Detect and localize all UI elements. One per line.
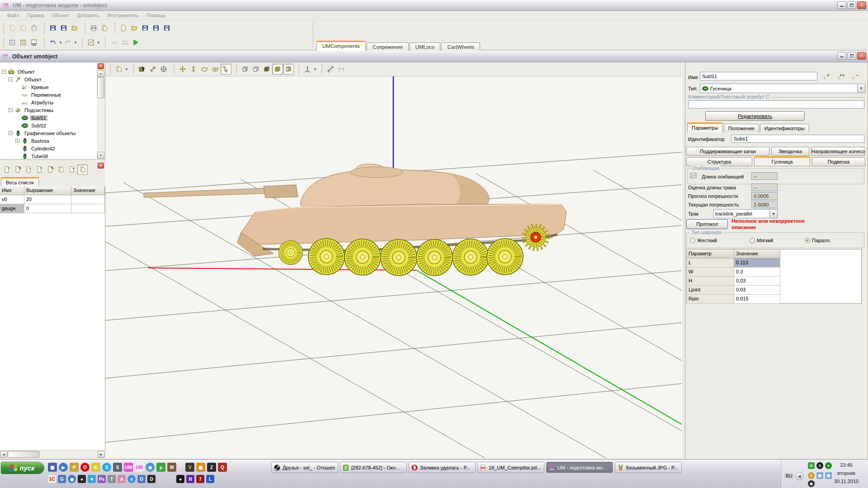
cell-gauge-2[interactable] <box>71 204 105 213</box>
chrome-icon[interactable]: ◉ <box>146 463 155 472</box>
param-name-L[interactable]: L <box>687 258 734 267</box>
code-button[interactable]: 01010##### <box>119 37 130 48</box>
param-column-Параметр[interactable]: Параметр <box>687 249 734 258</box>
cell-v0-0[interactable]: v0 <box>0 195 24 204</box>
toolbar-grip[interactable] <box>133 64 134 74</box>
menu-Файл[interactable]: Файл <box>4 12 22 19</box>
opera-icon[interactable]: O <box>80 463 90 472</box>
tree-close-button[interactable]: × <box>98 63 104 69</box>
cell-v0-2[interactable] <box>71 195 105 204</box>
vanguard-icon[interactable]: V <box>185 463 194 472</box>
chevron-down-icon[interactable]: ▼ <box>769 210 777 218</box>
copy-button[interactable] <box>7 23 18 33</box>
settings-icon[interactable]: G <box>58 475 66 483</box>
hscroll-left[interactable]: ◀ <box>0 451 7 458</box>
toolbar-grip[interactable] <box>85 23 86 33</box>
minimize-button[interactable] <box>837 1 846 9</box>
fit-view-button[interactable] <box>147 64 158 75</box>
comment-input[interactable] <box>688 100 864 108</box>
tree-item-Cylinder42[interactable]: Cylinder42 <box>15 145 57 152</box>
menu-Инструменты[interactable]: Инструменты <box>104 12 142 19</box>
copy-view-dropdown[interactable]: ▼ <box>125 67 128 71</box>
tree-scroll-down[interactable]: ▼ <box>97 152 104 159</box>
subtab-Звездочка[interactable]: Звездочка <box>771 147 809 156</box>
select-button[interactable] <box>221 64 231 75</box>
radio-Паралл.[interactable]: Паралл. <box>805 238 831 243</box>
item-edit-button[interactable]: ✎ <box>12 164 23 175</box>
list-copy-button[interactable] <box>77 164 88 175</box>
collapse-toggle[interactable]: − <box>9 131 13 135</box>
chevron-down-icon[interactable]: ▼ <box>857 84 865 93</box>
param-name-Rpin[interactable]: Rpin <box>687 295 734 304</box>
tree-item-Атрибуты[interactable]: abcАтрибуты <box>15 99 55 106</box>
tree-scroll-up[interactable]: ▲ <box>97 70 104 77</box>
office-icon[interactable]: ▦ <box>196 463 205 472</box>
tree-item-SubS2[interactable]: SubS2 <box>15 122 47 129</box>
collapse-toggle[interactable]: − <box>9 77 13 81</box>
toolbar-grip[interactable] <box>105 38 106 47</box>
tree-item-Графические объекты[interactable]: −Графические объекты <box>9 129 77 137</box>
subtab-Направляющее колесо[interactable]: Направляющее колесо <box>811 147 865 156</box>
tab-whole-list[interactable]: Весь список <box>1 177 39 186</box>
track-dropdown[interactable]: tracklink_parallel ▼ <box>713 209 778 218</box>
flag-corner-button[interactable] <box>336 64 347 75</box>
7zip-icon[interactable]: 7 <box>196 475 204 483</box>
subtab-Гусеница[interactable]: Гусеница <box>754 156 810 166</box>
identifiers-hscrollbar[interactable]: ◀ ▶ <box>0 450 105 458</box>
save-all-button[interactable] <box>58 23 69 33</box>
maximize-button[interactable] <box>847 1 856 9</box>
param-value-Ljoint[interactable]: 0.03 <box>734 286 780 295</box>
center-view-button[interactable] <box>158 64 169 75</box>
hscroll-thumb[interactable] <box>8 451 39 458</box>
google-earth-icon[interactable]: ◉ <box>68 475 76 483</box>
expand-toggle[interactable]: + <box>15 139 19 143</box>
toolbar-grip[interactable] <box>44 23 45 33</box>
type-dropdown[interactable]: Гусеница ▼ <box>700 84 865 93</box>
toolbar-grip[interactable] <box>3 23 5 33</box>
plot-button[interactable] <box>85 37 96 48</box>
cube-half-button[interactable] <box>283 64 294 75</box>
run-button[interactable] <box>130 37 141 48</box>
menu-Добавить[interactable]: Добавить <box>74 12 103 19</box>
undo-button[interactable] <box>47 37 58 48</box>
collapse-toggle[interactable]: − <box>2 70 6 74</box>
toolbar-grip[interactable] <box>44 38 45 47</box>
open-button[interactable] <box>69 23 80 33</box>
steam-app-icon[interactable]: S <box>113 463 122 472</box>
tree-item-Объект[interactable]: −Объект <box>9 75 42 83</box>
axes-dropdown[interactable]: ▼ <box>313 67 317 71</box>
downloader-icon[interactable]: ▼ <box>88 475 96 483</box>
column-header-Выражение[interactable]: Выражение <box>24 186 71 195</box>
name-input[interactable] <box>700 72 817 80</box>
nero-tray-icon[interactable]: ◉ <box>808 480 815 487</box>
taskbar-button-18_UM_Caterpillar.pd...[interactable]: PDF18_UM_Caterpillar.pd... <box>477 462 544 473</box>
steam-tray-icon[interactable]: S <box>816 462 823 469</box>
identifier-input[interactable] <box>731 135 864 143</box>
save-button[interactable] <box>47 23 58 33</box>
cube-dark-button[interactable] <box>261 64 272 75</box>
outlook-icon[interactable]: O <box>137 475 146 483</box>
param-column-Значение[interactable]: Значение <box>734 249 780 258</box>
tools-icon[interactable]: T <box>108 475 116 483</box>
list-button[interactable] <box>7 37 18 48</box>
edit-button[interactable]: Редактировать <box>705 111 805 121</box>
media-player-icon[interactable]: ▶ <box>59 463 68 472</box>
coin-icon[interactable]: C <box>808 472 815 479</box>
plot-dropdown[interactable]: ▼ <box>97 41 100 45</box>
paint-icon[interactable]: P <box>70 463 79 472</box>
object-minimize-button[interactable] <box>837 52 846 60</box>
tab-Положение[interactable]: Положение <box>724 124 759 132</box>
object-close-button[interactable]: × <box>857 52 866 60</box>
start-button[interactable]: пуск <box>1 462 44 474</box>
camera-icon[interactable]: ● <box>78 475 86 483</box>
ident-plus-all-button[interactable]: -|-++ <box>835 71 847 82</box>
subtab-Подвеска[interactable]: Подвеска <box>812 157 865 166</box>
drive-icon[interactable]: D <box>147 475 156 483</box>
orbit-model-button[interactable] <box>210 64 221 75</box>
item-remove-button[interactable]: − <box>23 164 33 175</box>
tray-collapse-button[interactable]: ◀ <box>795 472 803 480</box>
ident-copy-button[interactable] <box>56 164 66 175</box>
tree-item-SubS1[interactable]: SubS1 <box>15 114 47 122</box>
lingvo-icon[interactable]: L <box>206 475 214 483</box>
object-restore-button[interactable] <box>847 52 856 60</box>
